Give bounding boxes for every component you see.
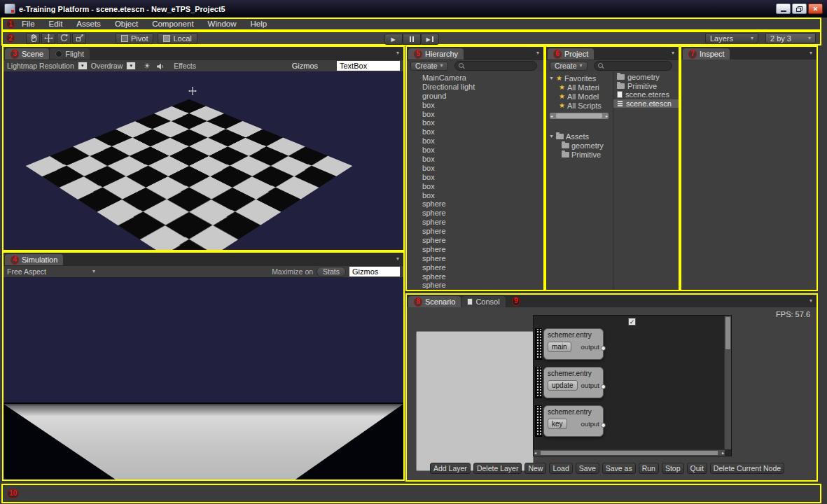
- hierarchy-item[interactable]: box: [407, 101, 543, 110]
- hierarchy-item[interactable]: box: [407, 118, 543, 127]
- hierarchy-item[interactable]: sphere: [407, 245, 543, 254]
- scene-viewport[interactable]: [4, 71, 403, 250]
- tab-scenario[interactable]: 8 Scenario: [408, 296, 461, 307]
- scenario-button[interactable]: New: [524, 463, 546, 474]
- tree-item-geometry[interactable]: geometry: [546, 141, 613, 150]
- close-button[interactable]: ✕: [808, 4, 823, 14]
- gizmos-button[interactable]: Gizmos: [292, 62, 318, 70]
- menu-item[interactable]: Assets: [69, 19, 108, 29]
- hierarchy-item[interactable]: box: [407, 146, 543, 155]
- minimize-button[interactable]: [776, 4, 791, 14]
- tree-item-favorites[interactable]: ▼ ★ Favorites: [546, 74, 613, 83]
- hierarchy-item[interactable]: box: [407, 191, 543, 200]
- hierarchy-item[interactable]: MainCamera: [407, 74, 543, 83]
- tab-inspect[interactable]: 7 Inspect: [683, 48, 730, 59]
- hierarchy-item[interactable]: box: [407, 127, 543, 136]
- menu-item[interactable]: Help: [244, 19, 274, 29]
- scroll-left-icon[interactable]: ◂: [550, 114, 553, 118]
- audio-toggle[interactable]: [157, 63, 165, 69]
- tab-flight[interactable]: Flight: [50, 48, 90, 59]
- pan-tool-button[interactable]: [26, 33, 40, 44]
- graph-checkbox[interactable]: ✓: [628, 318, 636, 326]
- play-button[interactable]: ▶: [384, 34, 403, 45]
- hierarchy-item[interactable]: sphere: [407, 227, 543, 236]
- scenario-button[interactable]: Quit: [687, 463, 707, 474]
- hierarchy-item[interactable]: box: [407, 136, 543, 146]
- tree-item-all-models[interactable]: ★ All Model: [546, 92, 613, 101]
- tab-project[interactable]: 6 Project: [548, 48, 594, 59]
- scenario-button[interactable]: Stop: [662, 463, 684, 474]
- lightmap-dropdown[interactable]: ▼: [78, 62, 88, 70]
- node-port-button[interactable]: main: [548, 342, 571, 352]
- tab-hierarchy[interactable]: 5 Hierarchy: [408, 48, 464, 59]
- output-connector-dot[interactable]: [601, 423, 606, 428]
- tab-scene[interactable]: 3 Scene: [5, 48, 49, 59]
- maximize-on-play-button[interactable]: Maximize on: [272, 267, 313, 276]
- hierarchy-item[interactable]: box: [407, 155, 543, 164]
- graph-vertical-scrollbar[interactable]: [724, 316, 731, 449]
- tree-horizontal-scrollbar[interactable]: ◂ ▸: [550, 113, 609, 119]
- scenario-button[interactable]: Run: [639, 463, 659, 474]
- panel-menu-caret[interactable]: ▾: [396, 50, 399, 56]
- hierarchy-item[interactable]: sphere: [407, 218, 543, 227]
- hierarchy-item[interactable]: sphere: [407, 200, 543, 209]
- hierarchy-item[interactable]: sphere: [407, 272, 543, 281]
- node-port-button[interactable]: update: [548, 380, 578, 391]
- layers-dropdown[interactable]: Layers ▾: [705, 33, 758, 43]
- scale-tool-button[interactable]: [72, 33, 86, 44]
- file-item-primitive[interactable]: Primitive: [613, 82, 679, 91]
- stats-button[interactable]: Stats: [317, 267, 346, 277]
- menu-item[interactable]: Window: [201, 19, 244, 29]
- hierarchy-item[interactable]: box: [407, 182, 543, 191]
- node-drag-handle[interactable]: [535, 367, 542, 398]
- local-toggle-button[interactable]: Local: [158, 33, 197, 44]
- scrollbar-thumb[interactable]: [725, 317, 730, 349]
- scenario-button[interactable]: Save: [576, 463, 599, 474]
- graph-node[interactable]: schemer.entry main output: [535, 328, 604, 360]
- tree-item-primitive[interactable]: Primitive: [546, 150, 613, 159]
- panel-menu-caret[interactable]: ▾: [536, 50, 539, 56]
- project-create-button[interactable]: Create ▾: [550, 62, 588, 71]
- hierarchy-item[interactable]: ground: [407, 92, 543, 101]
- node-drag-handle[interactable]: [535, 328, 542, 360]
- hierarchy-item[interactable]: sphere: [407, 263, 543, 272]
- pause-button[interactable]: [403, 34, 421, 45]
- step-button[interactable]: ▶: [421, 34, 439, 45]
- hierarchy-item[interactable]: Directional light: [407, 83, 543, 92]
- scenario-button[interactable]: Add Layer: [430, 463, 471, 474]
- output-connector-dot[interactable]: [601, 384, 606, 389]
- scrollbar-thumb[interactable]: [556, 113, 602, 118]
- simulation-viewport[interactable]: [4, 277, 403, 479]
- lighting-toggle[interactable]: ☀: [144, 62, 151, 71]
- panel-menu-caret[interactable]: ▾: [809, 298, 812, 304]
- hierarchy-item[interactable]: box: [407, 110, 543, 119]
- tree-item-all-scripts[interactable]: ★ All Scripts: [546, 101, 613, 110]
- node-drag-handle[interactable]: [535, 405, 542, 437]
- scrollbar-thumb[interactable]: [541, 451, 718, 455]
- rotate-tool-button[interactable]: [57, 33, 71, 44]
- effects-button[interactable]: Effects: [174, 62, 196, 70]
- graph-horizontal-scrollbar[interactable]: ◂ ▸: [534, 449, 725, 456]
- overdraw-dropdown[interactable]: ▼: [126, 62, 136, 70]
- menu-item[interactable]: File: [15, 19, 42, 29]
- graph-node[interactable]: schemer.entry update output: [535, 367, 604, 398]
- hierarchy-create-button[interactable]: Create ▾: [410, 62, 448, 71]
- hierarchy-item[interactable]: sphere: [407, 254, 543, 263]
- scene-textbox[interactable]: TextBox: [337, 61, 400, 71]
- layout-dropdown[interactable]: 2 by 3 ▾: [765, 33, 816, 43]
- tree-item-all-materials[interactable]: ★ All Materi: [546, 83, 613, 92]
- scenario-button[interactable]: Load: [549, 463, 572, 474]
- output-connector-dot[interactable]: [601, 346, 606, 351]
- hierarchy-item[interactable]: sphere: [407, 236, 543, 245]
- tree-item-assets[interactable]: ▼ Assets: [546, 132, 613, 141]
- tab-consol[interactable]: Consol: [461, 296, 505, 307]
- menu-item[interactable]: Edit: [42, 19, 70, 29]
- simulation-gizmos-button[interactable]: Gizmos: [349, 267, 400, 276]
- pivot-toggle-button[interactable]: Pivot: [116, 33, 153, 44]
- scroll-left-icon[interactable]: ◂: [534, 451, 536, 455]
- file-item-scene-eteres[interactable]: scene.eteres: [613, 90, 679, 99]
- panel-menu-caret[interactable]: ▾: [396, 256, 399, 262]
- aspect-dropdown[interactable]: Free Aspect ▾: [7, 267, 95, 276]
- tab-simulation[interactable]: 4 Simulation: [5, 254, 63, 265]
- expander-icon[interactable]: ▼: [549, 134, 554, 139]
